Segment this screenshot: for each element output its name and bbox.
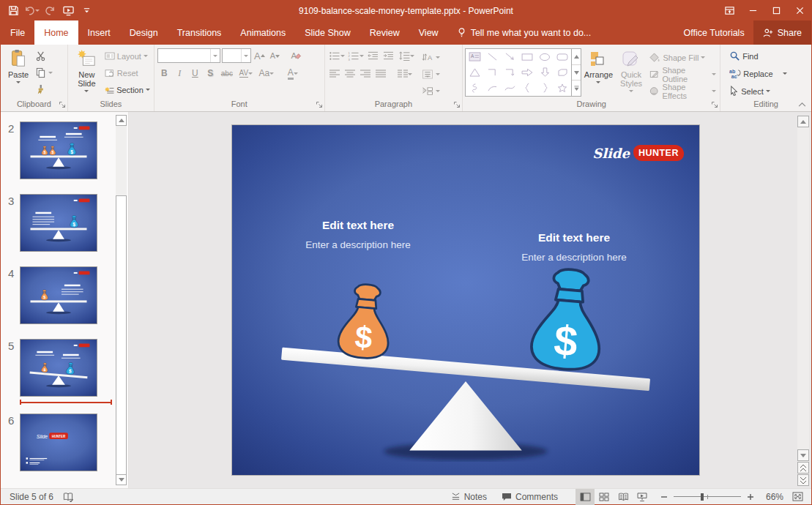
character-spacing-button[interactable]: AV bbox=[236, 66, 256, 81]
share-button[interactable]: Share bbox=[753, 20, 811, 45]
replace-button[interactable]: ab ac Replace bbox=[728, 66, 811, 81]
current-slide[interactable]: Slide HUNTER Edit text here Enter a desc… bbox=[231, 124, 700, 476]
font-dialog-launcher-icon[interactable] bbox=[316, 101, 323, 108]
columns-button[interactable] bbox=[395, 67, 414, 81]
format-painter-button[interactable] bbox=[34, 82, 64, 97]
grow-font-button[interactable]: A bbox=[253, 48, 267, 63]
vertical-scrollbar[interactable] bbox=[797, 116, 809, 486]
scroll-up-icon[interactable] bbox=[797, 116, 809, 127]
ribbon-display-options-icon[interactable] bbox=[718, 1, 741, 20]
find-button[interactable]: Find bbox=[728, 48, 811, 64]
clear-formatting-button[interactable]: A bbox=[289, 48, 303, 63]
comments-toggle[interactable]: Comments bbox=[494, 489, 565, 505]
shape-fill-button[interactable]: Shape Fill bbox=[648, 50, 718, 65]
close-button[interactable] bbox=[788, 1, 811, 20]
orange-money-bag[interactable] bbox=[337, 283, 392, 360]
font-color-button[interactable]: A bbox=[283, 66, 302, 81]
align-left-button[interactable] bbox=[328, 67, 342, 81]
numbering-button[interactable]: 123 bbox=[347, 48, 365, 63]
collapse-ribbon-icon[interactable] bbox=[798, 102, 806, 107]
layout-button[interactable]: Layout bbox=[103, 48, 152, 64]
minimize-button[interactable] bbox=[741, 1, 764, 20]
gallery-more-icon[interactable] bbox=[572, 81, 581, 96]
gallery-scroll-up-icon[interactable] bbox=[572, 49, 581, 65]
reading-view-button[interactable] bbox=[614, 489, 633, 505]
blue-money-bag[interactable] bbox=[530, 266, 606, 372]
slideshow-view-button[interactable] bbox=[633, 489, 652, 505]
notes-toggle[interactable]: Notes bbox=[444, 489, 494, 505]
zoom-slider-thumb[interactable] bbox=[701, 493, 704, 501]
italic-button[interactable]: I bbox=[173, 66, 187, 81]
proofing-icon[interactable] bbox=[62, 492, 74, 502]
slide-sorter-view-button[interactable] bbox=[595, 489, 614, 505]
font-name-combobox[interactable] bbox=[157, 48, 220, 63]
shapes-gallery-scrollbar[interactable] bbox=[572, 48, 581, 97]
tab-transitions[interactable]: Transitions bbox=[168, 20, 231, 45]
zoom-out-button[interactable] bbox=[652, 489, 671, 505]
underline-button[interactable]: U bbox=[188, 66, 202, 81]
paste-button[interactable]: Paste bbox=[3, 47, 34, 99]
justify-button[interactable] bbox=[374, 67, 388, 81]
thumbnail-panel-scrollbar[interactable] bbox=[116, 115, 127, 485]
cut-button[interactable] bbox=[34, 48, 64, 64]
line-spacing-button[interactable] bbox=[397, 48, 416, 63]
next-slide-icon[interactable] bbox=[797, 474, 809, 486]
strikethrough-button[interactable]: abc bbox=[219, 66, 235, 81]
select-button[interactable]: Select bbox=[728, 83, 811, 99]
align-center-button[interactable] bbox=[343, 67, 357, 81]
undo-dropdown-caret[interactable] bbox=[35, 10, 40, 14]
tab-design[interactable]: Design bbox=[120, 20, 168, 45]
tab-review[interactable]: Review bbox=[360, 20, 409, 45]
paragraph-dialog-launcher-icon[interactable] bbox=[453, 101, 461, 108]
align-text-button[interactable] bbox=[420, 67, 442, 82]
bullets-button[interactable] bbox=[328, 48, 346, 63]
copy-button[interactable] bbox=[34, 65, 64, 81]
zoom-slider[interactable] bbox=[674, 489, 741, 505]
bold-button[interactable]: B bbox=[157, 66, 171, 81]
scale-fulcrum[interactable] bbox=[409, 381, 522, 451]
section-button[interactable]: Section bbox=[103, 82, 152, 97]
thumbnail-slide-4[interactable]: 4 bbox=[1, 266, 128, 324]
undo-icon[interactable] bbox=[23, 2, 40, 20]
panel-scroll-up-icon[interactable] bbox=[116, 115, 127, 126]
thumbnail-slide-2[interactable]: 2 bbox=[1, 121, 128, 179]
maximize-button[interactable] bbox=[764, 1, 788, 20]
clipboard-dialog-launcher-icon[interactable] bbox=[59, 101, 66, 108]
fit-slide-to-window-button[interactable] bbox=[788, 489, 807, 505]
start-from-beginning-icon[interactable] bbox=[59, 2, 77, 20]
decrease-indent-button[interactable] bbox=[366, 48, 380, 63]
customize-qat-icon[interactable] bbox=[78, 2, 95, 20]
change-case-button[interactable]: Aa bbox=[257, 66, 276, 81]
font-size-combobox[interactable] bbox=[222, 48, 251, 63]
thumbnail-slide-5-current[interactable]: 5 bbox=[1, 339, 128, 397]
slide-canvas[interactable]: Slide HUNTER Edit text here Enter a desc… bbox=[129, 112, 811, 488]
scroll-down-icon[interactable] bbox=[797, 449, 809, 461]
zoom-percentage[interactable]: 66% bbox=[759, 492, 783, 502]
slide-indicator[interactable]: Slide 5 of 6 bbox=[10, 492, 53, 502]
drawing-dialog-launcher-icon[interactable] bbox=[711, 101, 718, 108]
align-right-button[interactable] bbox=[359, 67, 373, 81]
office-tutorials-link[interactable]: Office Tutorials bbox=[675, 20, 753, 45]
redo-icon[interactable] bbox=[41, 2, 59, 20]
normal-view-button[interactable] bbox=[576, 489, 595, 505]
balance-scale-graphic[interactable] bbox=[232, 125, 699, 476]
panel-scrollbar-thumb[interactable] bbox=[116, 195, 127, 481]
thumbnail-slide-3[interactable]: 3 bbox=[1, 194, 128, 252]
tab-file[interactable]: File bbox=[1, 20, 34, 45]
new-slide-button[interactable]: New Slide bbox=[70, 47, 103, 99]
reset-button[interactable]: Reset bbox=[103, 65, 152, 81]
tab-view[interactable]: View bbox=[409, 20, 448, 45]
quick-styles-button[interactable]: Quick Styles bbox=[616, 48, 647, 99]
text-shadow-button[interactable]: S bbox=[204, 66, 217, 81]
shape-effects-button[interactable]: Shape Effects bbox=[648, 83, 718, 99]
previous-slide-icon[interactable] bbox=[797, 462, 809, 474]
tab-slide-show[interactable]: Slide Show bbox=[295, 20, 360, 45]
tab-animations[interactable]: Animations bbox=[231, 20, 295, 45]
thumbnail-slide-6[interactable]: 6 Slide HUNTER bbox=[1, 414, 128, 471]
convert-smartart-button[interactable] bbox=[420, 83, 442, 99]
tell-me-box[interactable]: Tell me what you want to do... bbox=[448, 20, 600, 45]
text-direction-button[interactable]: A bbox=[420, 50, 442, 65]
shrink-font-button[interactable]: A bbox=[268, 48, 282, 63]
tab-insert[interactable]: Insert bbox=[78, 20, 120, 45]
zoom-in-button[interactable] bbox=[744, 489, 759, 505]
